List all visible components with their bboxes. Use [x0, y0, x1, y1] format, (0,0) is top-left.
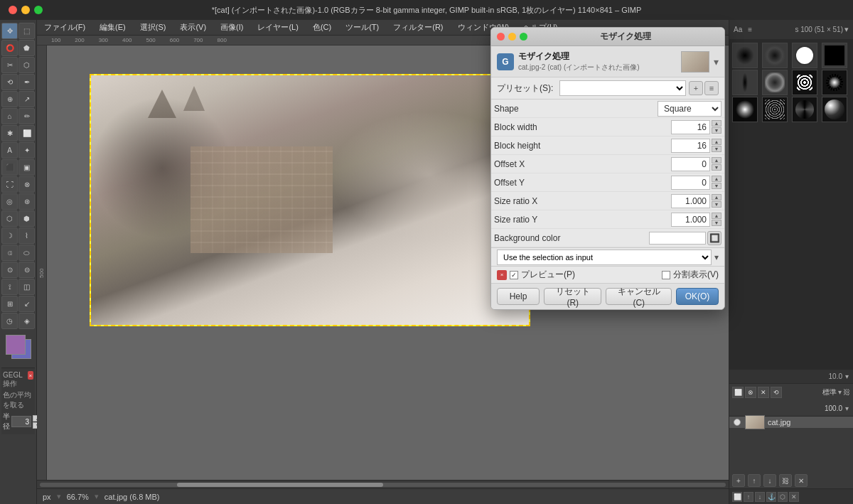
tool-clone[interactable]: ▣: [18, 159, 35, 176]
brush-item[interactable]: [822, 97, 847, 122]
menu-file[interactable]: ファイル(F): [40, 20, 90, 35]
help-button[interactable]: Help: [497, 288, 540, 305]
layers-tool-btn[interactable]: ⊗: [745, 387, 756, 398]
offset-x-input[interactable]: [671, 157, 710, 171]
tool-transform[interactable]: ↗: [18, 91, 35, 107]
brush-item[interactable]: [792, 70, 817, 95]
tool-cage[interactable]: ⌇: [18, 227, 35, 244]
tool-by-color[interactable]: ⟲: [1, 74, 18, 90]
brush-item[interactable]: [732, 97, 758, 122]
split-view-checkbox[interactable]: [662, 271, 670, 279]
gegl-radius-input[interactable]: [11, 416, 31, 427]
bg-color-swatch[interactable]: [649, 232, 706, 245]
minimize-button[interactable]: [21, 6, 30, 14]
tool-fuzzy-select[interactable]: ⬡: [18, 57, 35, 73]
dialog-arrow[interactable]: ▾: [714, 56, 719, 68]
layer-visibility-toggle[interactable]: [732, 417, 742, 427]
eyedropper-btn[interactable]: 🔲: [707, 231, 721, 245]
tool-zoom[interactable]: ⊕: [1, 91, 18, 107]
block-width-input[interactable]: [671, 120, 710, 134]
size-ratio-x-input[interactable]: [671, 194, 710, 208]
menu-tools[interactable]: ツール(T): [341, 20, 383, 35]
layer-mode-arrow[interactable]: ▾: [838, 388, 842, 396]
size-ratio-y-up[interactable]: ▲: [712, 213, 721, 219]
reset-button[interactable]: リセット(R): [544, 288, 601, 305]
offset-y-down[interactable]: ▼: [712, 183, 721, 189]
tool-unified-transform[interactable]: ⟃: [1, 245, 18, 261]
cancel-button[interactable]: キャンセル(C): [606, 288, 672, 305]
scrollbar-horizontal[interactable]: [37, 480, 729, 488]
brush-item[interactable]: [792, 43, 817, 68]
close-button[interactable]: [9, 6, 17, 14]
tool-levels[interactable]: ↙: [18, 296, 35, 312]
tool-rotate[interactable]: ◎: [1, 193, 18, 210]
layer-add-btn[interactable]: +: [732, 474, 745, 487]
tool-dodge-burn[interactable]: ⊙: [1, 262, 18, 278]
gegl-close-button[interactable]: ×: [28, 371, 33, 380]
menu-image[interactable]: 画像(I): [216, 20, 247, 35]
tool-rect-select[interactable]: ⬚: [18, 23, 35, 39]
dialog-window-controls[interactable]: [497, 33, 527, 41]
offset-y-up[interactable]: ▲: [712, 176, 721, 182]
menu-filters[interactable]: フィルター(R): [389, 20, 447, 35]
tool-paintbrush[interactable]: ✱: [1, 125, 18, 141]
brush-item[interactable]: [822, 70, 847, 95]
layer-delete-btn[interactable]: ✕: [795, 474, 808, 487]
size-ratio-y-down[interactable]: ▼: [712, 220, 721, 226]
tool-scissors[interactable]: ✂: [1, 57, 18, 73]
tool-convolve[interactable]: ⟟: [1, 279, 18, 295]
brush-item[interactable]: [792, 97, 817, 122]
layers-tool-btn[interactable]: ⟲: [771, 387, 782, 398]
tool-eraser[interactable]: ⬜: [18, 125, 35, 141]
tool-align[interactable]: ⌂: [1, 108, 18, 124]
tool-perspective[interactable]: ⊗: [18, 176, 35, 193]
preset-add-btn[interactable]: +: [689, 81, 703, 95]
tool-smudge[interactable]: ⊝: [18, 262, 35, 278]
tool-free-select[interactable]: ⬟: [18, 40, 35, 56]
tool-threshold[interactable]: ◷: [1, 313, 18, 329]
status-btn[interactable]: ↓: [755, 492, 765, 502]
offset-x-up[interactable]: ▲: [712, 157, 721, 163]
status-btn[interactable]: ✕: [789, 492, 799, 502]
status-btn[interactable]: ⚓: [766, 492, 776, 502]
unit-label[interactable]: px: [43, 493, 51, 501]
foreground-color-swatch[interactable]: [6, 335, 26, 355]
preview-checkbox[interactable]: [510, 271, 518, 279]
panel-arrow[interactable]: ▾: [844, 25, 849, 34]
use-selection-select[interactable]: Use the selection as input: [497, 250, 712, 265]
brush-item[interactable]: [732, 70, 758, 95]
tool-heal[interactable]: ⛶: [1, 176, 18, 193]
ok-button[interactable]: OK(O): [676, 288, 719, 305]
tool-colorize[interactable]: ◫: [18, 279, 35, 295]
tool-curves[interactable]: ⊞: [1, 296, 18, 312]
layer-opacity-arrow[interactable]: ▾: [845, 404, 849, 412]
dialog-minimize-btn[interactable]: [508, 33, 516, 41]
menu-colors[interactable]: 色(C): [309, 20, 336, 35]
menu-layer[interactable]: レイヤー(L): [253, 20, 302, 35]
brush-item[interactable]: [762, 97, 788, 122]
block-height-down[interactable]: ▼: [712, 146, 721, 152]
tool-warp[interactable]: ⬢: [18, 210, 35, 227]
dialog-close-btn[interactable]: [497, 33, 505, 41]
layer-chain-btn[interactable]: ⛓: [843, 388, 850, 396]
layer-item[interactable]: cat.jpg: [729, 417, 853, 428]
size-ratio-x-down[interactable]: ▼: [712, 201, 721, 208]
maximize-button[interactable]: [34, 6, 43, 14]
panel-scroll-down[interactable]: ▾: [845, 372, 849, 380]
layers-tool-btn[interactable]: ✕: [758, 387, 769, 398]
zoom-label[interactable]: 66.7%: [67, 493, 89, 501]
tool-ellipse-select[interactable]: ⭕: [1, 40, 18, 56]
tool-flip[interactable]: ☽: [1, 227, 18, 244]
menu-view[interactable]: 表示(V): [176, 20, 210, 35]
dialog-maximize-btn[interactable]: [520, 33, 527, 41]
scrollbar-track-h[interactable]: [40, 483, 726, 487]
scrollbar-thumb-h[interactable]: [177, 483, 383, 487]
offset-y-input[interactable]: [671, 176, 710, 190]
status-btn[interactable]: ⬡: [778, 492, 788, 502]
status-btn[interactable]: ↑: [744, 492, 753, 502]
shape-select[interactable]: Square Diamond Hexagon Triangle: [658, 101, 721, 117]
block-height-input[interactable]: [671, 139, 710, 153]
tool-scale[interactable]: ⊛: [18, 193, 35, 210]
layers-tool-btn[interactable]: ⬜: [732, 387, 744, 398]
tool-handle-transform[interactable]: ⬭: [18, 245, 35, 261]
